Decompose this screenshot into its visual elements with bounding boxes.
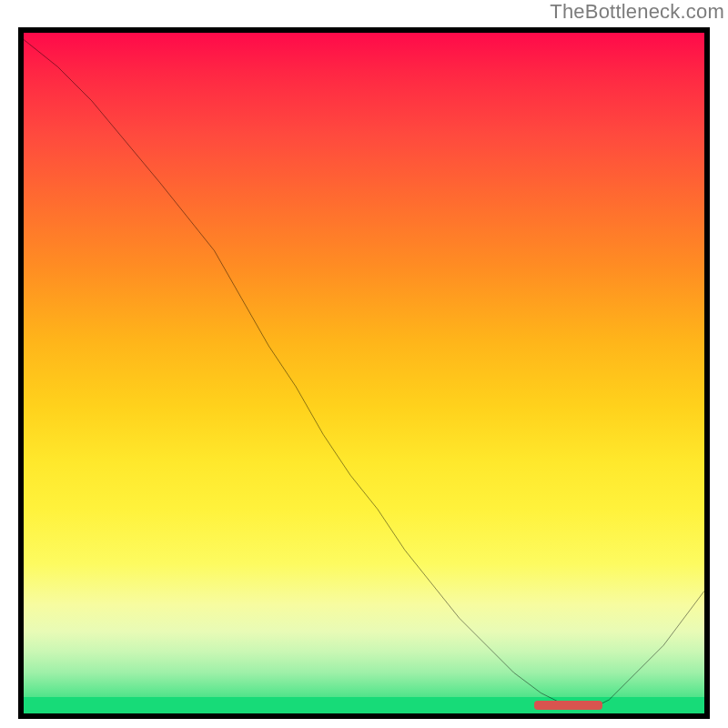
chart-frame: TheBottleneck.com — [0, 0, 728, 728]
plot-area — [18, 27, 710, 719]
attribution-label: TheBottleneck.com — [550, 0, 724, 24]
bottleneck-curve — [24, 33, 704, 713]
sweet-spot-marker — [534, 701, 602, 710]
